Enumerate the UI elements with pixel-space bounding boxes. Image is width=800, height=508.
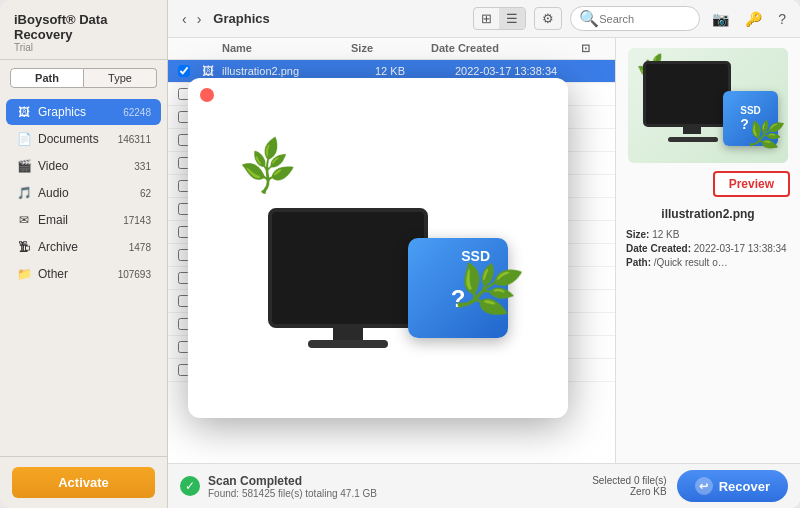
app-trial: Trial [14,42,153,53]
audio-label: Audio [38,186,140,200]
file-list-container: Name Size Date Created ⊡ 🖼 illustration2… [168,38,615,463]
preview-size-row: Size: 12 KB [626,229,790,240]
file-date-0: 2022-03-17 13:38:34 [455,65,605,77]
preview-date-label: Date Created: [626,243,691,254]
selected-info: Selected 0 file(s) Zero KB [592,475,666,497]
info-icon-button[interactable]: 🔑 [741,9,766,29]
path-type-tabs: Path Type [0,60,167,94]
help-icon-button[interactable]: ? [774,9,790,29]
col-date-header: Date Created [431,42,581,55]
scan-title: Scan Completed [208,474,592,488]
status-bar: ✓ Scan Completed Found: 581425 file(s) t… [168,463,800,508]
other-label: Other [38,267,118,281]
list-view-button[interactable]: ☰ [499,8,525,29]
selected-size: Zero KB [592,486,666,497]
file-size-0: 12 KB [375,65,455,77]
search-icon: 🔍 [579,9,599,28]
file-checkbox-0[interactable] [178,65,202,77]
preview-path-label: Path: [626,257,651,268]
preview-date-row: Date Created: 2022-03-17 13:38:34 [626,243,790,254]
camera-icon-button[interactable]: 📷 [708,9,733,29]
selected-count: Selected 0 file(s) [592,475,666,486]
app-title: iBoysoft® Data Recovery [14,12,153,42]
audio-icon: 🎵 [16,185,32,201]
other-count: 107693 [118,269,151,280]
recover-icon: ↩ [695,477,713,495]
preview-size-value: 12 KB [652,229,679,240]
mini-mac-illustration: 🌿 SSD ? 🌿 [638,56,778,156]
video-icon: 🎬 [16,158,32,174]
sidebar-item-documents[interactable]: 📄 Documents 146311 [6,126,161,152]
preview-panel: 🌿 SSD ? 🌿 Preview illustra [615,38,800,463]
documents-count: 146311 [118,134,151,145]
file-type-icon-0: 🖼 [202,64,222,78]
scan-complete-icon: ✓ [180,476,200,496]
file-list-header: Name Size Date Created ⊡ [168,38,615,60]
graphics-icon: 🖼 [16,104,32,120]
sidebar-item-audio[interactable]: 🎵 Audio 62 [6,180,161,206]
recover-button[interactable]: ↩ Recover [677,470,788,502]
tab-type[interactable]: Type [84,68,157,88]
mac-base [308,340,388,348]
sidebar-footer: Activate [0,456,167,508]
grid-view-button[interactable]: ⊞ [474,8,499,29]
preview-meta: Size: 12 KB Date Created: 2022-03-17 13:… [626,229,790,271]
video-count: 331 [134,161,151,172]
preview-button[interactable]: Preview [713,171,790,197]
mini-stand [683,124,701,134]
sidebar-item-graphics[interactable]: 🖼 Graphics 62248 [6,99,161,125]
preview-popup: 🌿 SSD ? 🌿 [188,78,568,418]
view-toggle: ⊞ ☰ [473,7,526,30]
forward-button[interactable]: › [193,9,206,29]
email-label: Email [38,213,123,227]
sidebar-item-other[interactable]: 📁 Other 107693 [6,261,161,287]
activate-button[interactable]: Activate [12,467,155,498]
back-button[interactable]: ‹ [178,9,191,29]
search-input[interactable] [599,13,691,25]
sidebar-item-video[interactable]: 🎬 Video 331 [6,153,161,179]
archive-label: Archive [38,240,129,254]
main-content: ‹ › Graphics ⊞ ☰ ⚙ 🔍 📷 🔑 ? Name Size Dat… [168,0,800,508]
popup-close-button[interactable] [200,88,214,102]
toolbar: ‹ › Graphics ⊞ ☰ ⚙ 🔍 📷 🔑 ? [168,0,800,38]
file-list-area: Name Size Date Created ⊡ 🖼 illustration2… [168,38,800,463]
filter-button[interactable]: ⚙ [534,7,562,30]
scan-subtitle: Found: 581425 file(s) totaling 47.1 GB [208,488,592,499]
preview-path-value: /Quick result o… [654,257,728,268]
tab-path[interactable]: Path [10,68,84,88]
graphics-count: 62248 [123,107,151,118]
col-size-header: Size [351,42,431,55]
other-icon: 📁 [16,266,32,282]
preview-size-label: Size: [626,229,649,240]
preview-filename: illustration2.png [661,207,754,221]
scan-text: Scan Completed Found: 581425 file(s) tot… [208,474,592,499]
video-label: Video [38,159,134,173]
mini-leaf-bottomright: 🌿 [744,114,786,155]
sidebar-item-archive[interactable]: 🗜 Archive 1478 [6,234,161,260]
sidebar-nav: 🖼 Graphics 62248 📄 Documents 146311 🎬 Vi… [0,94,167,456]
preview-date-value: 2022-03-17 13:38:34 [694,243,787,254]
recover-label: Recover [719,479,770,494]
leaf-decoration-topleft: 🌿 [235,134,302,200]
sidebar: iBoysoft® Data Recovery Trial Path Type … [0,0,168,508]
preview-image-area: 🌿 SSD ? 🌿 [628,48,788,163]
documents-icon: 📄 [16,131,32,147]
archive-icon: 🗜 [16,239,32,255]
preview-illustration: 🌿 SSD ? 🌿 [238,138,518,358]
mac-monitor [268,208,428,328]
mini-base [668,137,718,142]
search-box: 🔍 [570,6,700,31]
documents-label: Documents [38,132,118,146]
archive-count: 1478 [129,242,151,253]
graphics-label: Graphics [38,105,123,119]
sidebar-item-email[interactable]: ✉ Email 17143 [6,207,161,233]
email-count: 17143 [123,215,151,226]
mac-stand [333,324,363,340]
preview-path-row: Path: /Quick result o… [626,257,790,268]
app-header: iBoysoft® Data Recovery Trial [0,0,167,60]
email-icon: ✉ [16,212,32,228]
audio-count: 62 [140,188,151,199]
nav-arrows: ‹ › [178,9,205,29]
mini-monitor [643,61,731,127]
breadcrumb-title: Graphics [213,11,465,26]
